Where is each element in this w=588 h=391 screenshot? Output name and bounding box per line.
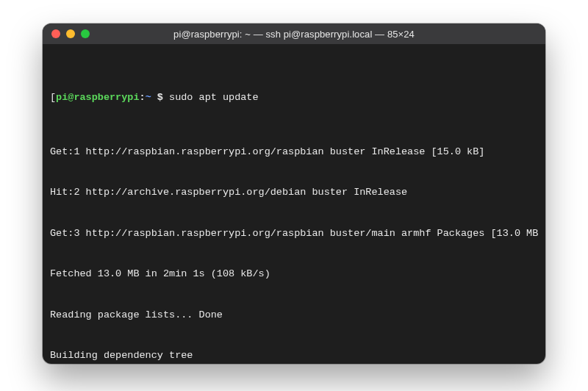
terminal-window: pi@raspberrypi: ~ — ssh pi@raspberrypi.l… [43, 24, 545, 364]
output-line: Fetched 13.0 MB in 2min 1s (108 kB/s) [50, 268, 538, 281]
minimize-icon[interactable] [66, 29, 75, 38]
prompt-sigil: $ [157, 92, 163, 103]
zoom-icon[interactable] [81, 29, 90, 38]
output-line: Get:3 http://raspbian.raspberrypi.org/ra… [50, 227, 538, 241]
window-controls [51, 29, 90, 38]
window-title: pi@raspberrypi: ~ — ssh pi@raspberrypi.l… [43, 29, 545, 40]
prompt-sep: : [140, 92, 146, 103]
output-line: Hit:2 http://archive.raspberrypi.org/deb… [50, 186, 538, 200]
output-line: Get:1 http://raspbian.raspberrypi.org/ra… [50, 146, 538, 159]
close-icon[interactable] [51, 29, 60, 38]
bracket-open: [ [50, 92, 56, 103]
output-line: Reading package lists... Done [50, 309, 538, 323]
terminal-body[interactable]: [pi@raspberrypi:~ $ sudo apt update Get:… [43, 44, 545, 364]
prompt-line-1: [pi@raspberrypi:~ $ sudo apt update [50, 91, 538, 105]
prompt-userhost: pi@raspberrypi [56, 92, 139, 103]
prompt-cwd: ~ [146, 92, 157, 103]
titlebar[interactable]: pi@raspberrypi: ~ — ssh pi@raspberrypi.l… [43, 24, 545, 44]
command-1: sudo apt update [163, 92, 259, 103]
output-line: Building dependency tree [50, 349, 538, 363]
